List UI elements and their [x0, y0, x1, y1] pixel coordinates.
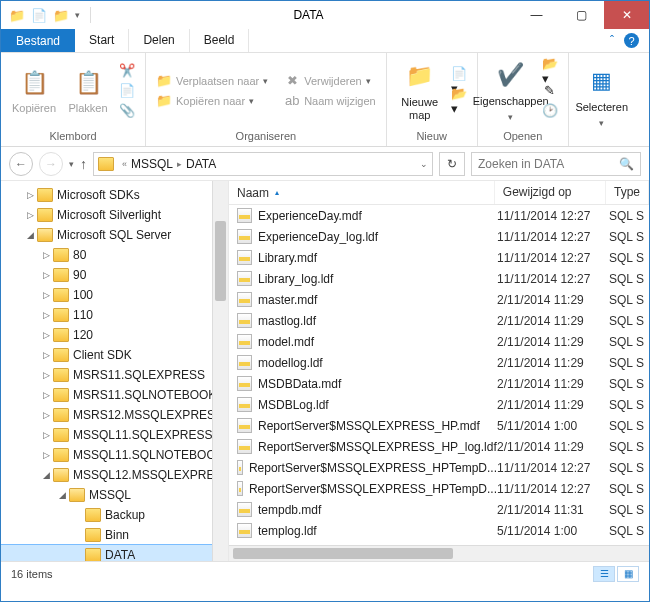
open-icon[interactable]: 📂▾	[542, 63, 558, 79]
tab-start[interactable]: Start	[75, 29, 129, 52]
tree-item[interactable]: ▷MSSQL11.SQLNOTEBOOK	[1, 445, 228, 465]
tree-item[interactable]: ▷Client SDK	[1, 345, 228, 365]
details-view-button[interactable]: ☰	[593, 566, 615, 582]
new-folder-button[interactable]: 📁 Nieuwe map	[393, 60, 447, 121]
file-row[interactable]: templog.ldf5/11/2014 1:00SQL S	[229, 520, 649, 541]
crumb-part[interactable]: DATA	[186, 157, 216, 171]
file-row[interactable]: ReportServer$MSSQLEXPRESS_HPTempD...11/1…	[229, 478, 649, 499]
tab-delen[interactable]: Delen	[129, 29, 189, 52]
history-icon[interactable]: 🕑	[542, 103, 558, 119]
tree-item[interactable]: DATA	[1, 545, 228, 561]
tree-twisty-icon[interactable]: ◢	[39, 470, 53, 480]
copy-path-icon[interactable]: 📄	[119, 83, 135, 99]
tree-item[interactable]: ◢MSSQL	[1, 485, 228, 505]
col-name[interactable]: Naam▴	[229, 181, 495, 204]
copy-button[interactable]: 📋 Kopiëren	[7, 66, 61, 115]
tree-item[interactable]: Backup	[1, 505, 228, 525]
refresh-button[interactable]: ↻	[439, 152, 465, 176]
icons-view-button[interactable]: ▦	[617, 566, 639, 582]
delete-button[interactable]: ✖Verwijderen ▾	[284, 73, 376, 89]
tree-scrollbar[interactable]	[212, 181, 228, 561]
tree-item[interactable]: ▷MSSQL11.SQLEXPRESS	[1, 425, 228, 445]
paste-shortcut-icon[interactable]: 📎	[119, 103, 135, 119]
tree-item[interactable]: ▷MSRS11.SQLNOTEBOOK	[1, 385, 228, 405]
tree-twisty-icon[interactable]: ▷	[39, 410, 53, 420]
file-row[interactable]: mastlog.ldf2/11/2014 11:29SQL S	[229, 310, 649, 331]
file-row[interactable]: MSDBData.mdf2/11/2014 11:29SQL S	[229, 373, 649, 394]
collapse-ribbon-icon[interactable]: ˆ	[610, 34, 614, 48]
tree-item[interactable]: Binn	[1, 525, 228, 545]
tree-twisty-icon[interactable]: ▷	[39, 450, 53, 460]
tree-item[interactable]: ▷120	[1, 325, 228, 345]
tree-item[interactable]: ▷110	[1, 305, 228, 325]
file-row[interactable]: ReportServer$MSSQLEXPRESS_HP_log.ldf2/11…	[229, 436, 649, 457]
file-row[interactable]: master.mdf2/11/2014 11:29SQL S	[229, 289, 649, 310]
tree-twisty-icon[interactable]: ▷	[39, 350, 53, 360]
tree-twisty-icon[interactable]: ▷	[39, 370, 53, 380]
file-row[interactable]: Library.mdf11/11/2014 12:27SQL S	[229, 247, 649, 268]
file-row[interactable]: ExperienceDay.mdf11/11/2014 12:27SQL S	[229, 205, 649, 226]
file-row[interactable]: MSDBLog.ldf2/11/2014 11:29SQL S	[229, 394, 649, 415]
paste-button[interactable]: 📋 Plakken	[61, 66, 115, 115]
tree-twisty-icon[interactable]: ▷	[39, 270, 53, 280]
maximize-button[interactable]: ▢	[559, 1, 604, 29]
back-button[interactable]: ←	[9, 152, 33, 176]
properties-button[interactable]: ✔️ Eigenschappen ▾	[484, 59, 538, 122]
breadcrumb[interactable]: « MSSQL ▸ DATA ⌄	[93, 152, 433, 176]
file-row[interactable]: ExperienceDay_log.ldf11/11/2014 12:27SQL…	[229, 226, 649, 247]
tree-item[interactable]: ▷90	[1, 265, 228, 285]
tree-item[interactable]: ▷MSRS12.MSSQLEXPRESS	[1, 405, 228, 425]
tree-item[interactable]: ▷Microsoft SDKs	[1, 185, 228, 205]
tree-twisty-icon[interactable]: ▷	[39, 330, 53, 340]
qat-icon-2[interactable]: 📁	[53, 7, 69, 23]
tree-twisty-icon[interactable]: ▷	[39, 290, 53, 300]
close-button[interactable]: ✕	[604, 1, 649, 29]
move-to-button[interactable]: 📁Verplaatsen naar ▾	[156, 73, 268, 89]
tree-item[interactable]: ▷MSRS11.SQLEXPRESS	[1, 365, 228, 385]
file-row[interactable]: tempdb.mdf2/11/2014 11:31SQL S	[229, 499, 649, 520]
tab-beeld[interactable]: Beeld	[190, 29, 250, 52]
edit-icon[interactable]: ✎	[542, 83, 558, 99]
minimize-button[interactable]: —	[514, 1, 559, 29]
file-row[interactable]: model.mdf2/11/2014 11:29SQL S	[229, 331, 649, 352]
col-type[interactable]: Type	[606, 181, 649, 204]
tree-item[interactable]: ◢MSSQL12.MSSQLEXPRES	[1, 465, 228, 485]
tree-twisty-icon[interactable]: ▷	[23, 210, 37, 220]
qat-icon[interactable]: 📄	[31, 7, 47, 23]
tab-bestand[interactable]: Bestand	[1, 29, 75, 52]
select-button[interactable]: ▦ Selecteren ▾	[575, 65, 629, 128]
tree-twisty-icon[interactable]: ▷	[23, 190, 37, 200]
col-modified[interactable]: Gewijzigd op	[495, 181, 606, 204]
easy-access-icon[interactable]: 📂▾	[451, 93, 467, 109]
tree-item[interactable]: ▷100	[1, 285, 228, 305]
crumb-part[interactable]: MSSQL	[131, 157, 173, 171]
tree-twisty-icon[interactable]: ▷	[39, 430, 53, 440]
search-input[interactable]: Zoeken in DATA 🔍	[471, 152, 641, 176]
search-icon[interactable]: 🔍	[619, 157, 634, 171]
file-row[interactable]: Library_log.ldf11/11/2014 12:27SQL S	[229, 268, 649, 289]
tree-item[interactable]: ▷Microsoft Silverlight	[1, 205, 228, 225]
crumb-dropdown-icon[interactable]: ⌄	[420, 159, 428, 169]
tree-item[interactable]: ◢Microsoft SQL Server	[1, 225, 228, 245]
tree-twisty-icon[interactable]: ▷	[39, 310, 53, 320]
chevron-right-icon[interactable]: «	[122, 159, 127, 169]
cut-icon[interactable]: ✂️	[119, 63, 135, 79]
horizontal-scrollbar[interactable]	[229, 545, 649, 561]
rename-button[interactable]: abNaam wijzigen	[284, 93, 376, 109]
history-dropdown-icon[interactable]: ▾	[69, 159, 74, 169]
tree-item[interactable]: ▷80	[1, 245, 228, 265]
up-button[interactable]: ↑	[80, 156, 87, 172]
scroll-thumb[interactable]	[233, 548, 453, 559]
scroll-thumb[interactable]	[215, 221, 226, 301]
help-icon[interactable]: ?	[624, 33, 639, 48]
tree-twisty-icon[interactable]: ◢	[23, 230, 37, 240]
tree-twisty-icon[interactable]: ▷	[39, 250, 53, 260]
tree-twisty-icon[interactable]: ▷	[39, 390, 53, 400]
file-row[interactable]: modellog.ldf2/11/2014 11:29SQL S	[229, 352, 649, 373]
file-row[interactable]: ReportServer$MSSQLEXPRESS_HP.mdf5/11/201…	[229, 415, 649, 436]
copy-to-button[interactable]: 📁Kopiëren naar ▾	[156, 93, 268, 109]
file-row[interactable]: ReportServer$MSSQLEXPRESS_HPTempD...11/1…	[229, 457, 649, 478]
forward-button[interactable]: →	[39, 152, 63, 176]
qat-dropdown-icon[interactable]: ▾	[75, 10, 80, 20]
tree-twisty-icon[interactable]: ◢	[55, 490, 69, 500]
